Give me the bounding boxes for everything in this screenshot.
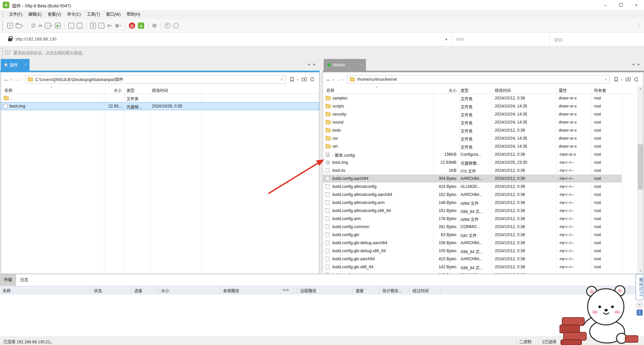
settings-gear-icon[interactable]: ⚙	[152, 21, 157, 30]
file-row[interactable]: build.config.common281 BytesCOMMO...2024…	[323, 223, 622, 231]
scroll-down-icon[interactable]: ∨	[638, 268, 643, 274]
transfer-tab-0[interactable]: 传输	[0, 274, 16, 286]
connect-icon[interactable]: ∞	[38, 21, 42, 30]
address-dropdown-icon[interactable]: ▼	[445, 38, 448, 41]
widget-blue-icon[interactable]: 工	[637, 309, 643, 316]
file-row[interactable]: - 副本.config156KBConfigura...2024/10/12, …	[323, 150, 622, 158]
file-row[interactable]: usr文件夹2024/10/24, 14:35drwxr-xr-xroot	[323, 134, 622, 142]
forward-history-icon[interactable]: ▼	[342, 79, 344, 81]
help-icon[interactable]: ?	[165, 21, 170, 30]
transfer-to-remote-icon[interactable]: →	[77, 21, 83, 30]
xshell-icon[interactable]: @	[129, 21, 135, 30]
column-header-name[interactable]: 名称	[4, 87, 12, 93]
clone-window-icon[interactable]: ▫	[99, 21, 104, 30]
drag-handle[interactable]	[2, 12, 3, 17]
bookmark-dropdown-icon[interactable]: ▼	[297, 79, 299, 81]
menu-help[interactable]: 帮助(H)	[124, 12, 144, 17]
local-column-headers[interactable]: ∧ 名称大小类型修改时间	[1, 86, 319, 94]
file-row[interactable]: build.config.gki-debug.aarch64106 BytesA…	[323, 239, 622, 247]
file-row[interactable]: build.config.gki.aarch64415 BytesAARCH64…	[323, 255, 622, 263]
transfer-column-2[interactable]: 进度	[134, 288, 142, 293]
file-row[interactable]: build.config.allmodconfig.x86_64151 Byte…	[323, 207, 622, 215]
address-url-field[interactable]: sftp://192.168.68.130	[15, 37, 56, 42]
run-icon[interactable]: ▶	[55, 21, 61, 30]
transfer-column-9[interactable]: 经过时间	[413, 288, 429, 293]
transfer-column-3[interactable]: 大小	[161, 288, 169, 293]
column-header-type[interactable]: 类型	[461, 87, 469, 93]
file-row[interactable]: security文件夹2024/10/24, 14:35drwxr-xr-xro…	[323, 110, 622, 118]
tab-scroll-left-icon[interactable]: ◀	[308, 63, 310, 66]
drag-handle[interactable]	[2, 20, 3, 31]
view-mode-icon-dropdown[interactable]: ▾	[111, 24, 112, 27]
scroll-up-icon[interactable]: ∧	[638, 86, 643, 92]
menu-commands[interactable]: 命令(C)	[64, 12, 84, 17]
column-header-name[interactable]: 名称	[326, 87, 334, 93]
transfer-column-0[interactable]: 名称	[3, 288, 11, 293]
forward-history-icon[interactable]: ▼	[20, 79, 22, 81]
file-row[interactable]: build.config.allmodconfig.arm148 BytesAR…	[323, 199, 622, 207]
file-row[interactable]: sound文件夹2024/10/24, 14:35drwxr-xr-xroot	[323, 118, 622, 126]
refresh-icon[interactable]	[632, 75, 640, 83]
menu-edit[interactable]: 编辑(E)	[25, 12, 45, 17]
folder-up-icon[interactable]	[624, 75, 632, 83]
forward-icon[interactable]: →	[14, 76, 19, 82]
username-field[interactable]: root	[456, 37, 464, 42]
file-row[interactable]: build.config.gki.x86_64142 BytesX86_64 文…	[323, 263, 622, 271]
maximize-button[interactable]	[613, 0, 629, 10]
remote-path-input[interactable]: /home/xu/linux/kernel ∨	[347, 75, 609, 84]
column-header-size[interactable]: 大小	[92, 87, 122, 93]
close-button[interactable]: ×	[629, 0, 644, 10]
file-row[interactable]: boot.img22.93...光盘映...2024/10/26, 0:35	[1, 102, 319, 110]
file-row[interactable]: boot.img22.93MB光盘映像...2024/10/25, 23:30-…	[323, 158, 622, 166]
menu-file[interactable]: 文件(F)	[6, 12, 25, 17]
split-view-icon[interactable]: ‖	[90, 21, 96, 30]
minimize-button[interactable]: –	[598, 0, 613, 10]
transfer-column-4[interactable]: 本地路径	[223, 288, 239, 293]
remote-column-headers[interactable]: ∧ 名称大小类型修改时间属性所有者	[323, 86, 643, 94]
tab-local-firmware[interactable]: 固件 ×	[1, 59, 30, 71]
refresh-icon[interactable]	[308, 75, 316, 83]
bookmark-icon[interactable]	[288, 75, 296, 83]
drag-handle[interactable]	[2, 48, 3, 57]
forward-icon[interactable]: →	[336, 76, 341, 82]
transfer-column-5[interactable]: <->	[283, 288, 289, 292]
new-window-icon-dropdown[interactable]: ▾	[51, 24, 53, 27]
transfer-to-local-icon[interactable]: ←	[68, 21, 74, 30]
tab-close-icon[interactable]: ×	[24, 63, 26, 67]
tab-scroll-right-icon[interactable]: ▶	[638, 63, 640, 66]
column-header-modified[interactable]: 修改时间	[152, 87, 168, 93]
file-row[interactable]: build.config.gki63 BytesGKI 文件2024/10/12…	[323, 231, 622, 239]
column-header-type[interactable]: 类型	[126, 87, 135, 93]
tab-remote-ubuntu[interactable]: ubuntu ×	[324, 59, 366, 71]
menu-tools[interactable]: 工具(T)	[84, 12, 103, 17]
password-field[interactable]: 密码	[554, 37, 563, 43]
folder-up-icon[interactable]	[300, 75, 308, 83]
transfer-column-8[interactable]: 估计剩余...	[382, 288, 402, 293]
file-row[interactable]: tools文件夹2024/10/12, 0:36drwxr-xr-xroot	[323, 126, 622, 134]
encoding-globe-icon[interactable]: ⊕▾	[115, 21, 121, 30]
scrollbar-thumb[interactable]	[638, 144, 643, 190]
xftp-icon[interactable]: e	[138, 21, 144, 30]
open-session-icon[interactable]: ▾	[16, 21, 23, 30]
toolbar-overflow-icon[interactable]: ⋮	[637, 22, 641, 27]
transfer-column-7[interactable]: 速度	[356, 288, 364, 293]
disconnect-icon[interactable]: ∅	[31, 21, 36, 30]
file-row[interactable]: scripts文件夹2024/10/24, 14:35drwxr-xr-xroo…	[323, 102, 622, 110]
back-history-icon[interactable]: ▼	[332, 79, 334, 81]
file-row[interactable]: build.config.gki-debug.x86_64105 BytesX8…	[323, 247, 622, 255]
encoding-globe-icon-dropdown[interactable]: ▾	[120, 24, 121, 27]
tab-scroll-right-icon[interactable]: ▶	[313, 63, 316, 66]
file-row[interactable]: samples文件夹2024/10/12, 0:36drwxr-xr-xroot	[323, 94, 622, 102]
menu-window[interactable]: 窗口(W)	[103, 12, 123, 17]
file-row[interactable]: build.config.aarch64304 BytesAARCH64...2…	[323, 175, 622, 183]
widget-face-icon[interactable]: ••	[636, 301, 643, 308]
file-row[interactable]: build.config.allmodconfig.aarch64152 Byt…	[323, 191, 622, 199]
column-header-size[interactable]: 大小	[427, 87, 457, 93]
file-row[interactable]: virt文件夹2024/10/24, 14:35drwxr-xr-xroot	[323, 142, 622, 150]
transfer-tab-1[interactable]: 日志	[16, 274, 32, 286]
bookmark-dropdown-icon[interactable]: ▼	[621, 79, 623, 81]
back-history-icon[interactable]: ▼	[10, 79, 12, 81]
bookmark-icon[interactable]	[612, 75, 620, 83]
new-window-icon[interactable]: ▫▾	[45, 21, 53, 30]
path-dropdown-icon[interactable]: ∨	[280, 78, 283, 81]
